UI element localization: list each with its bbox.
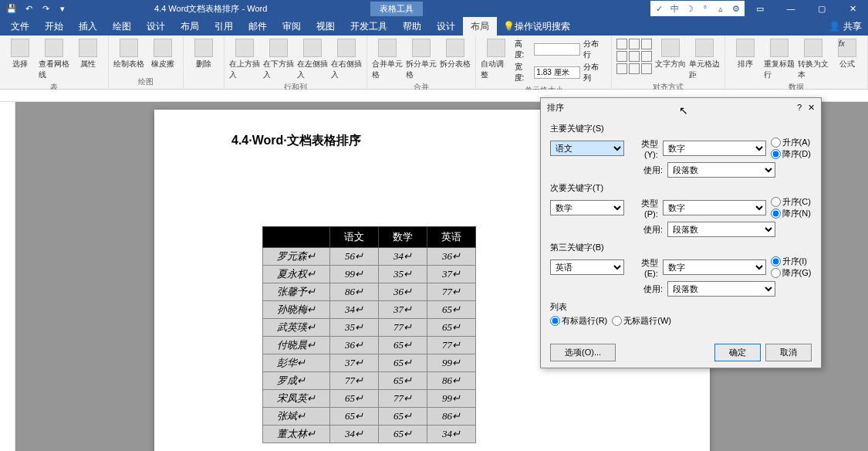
tab-table-layout[interactable]: 布局 <box>463 17 497 36</box>
type2-combo[interactable]: 数字 <box>663 200 766 215</box>
sort-button[interactable]: 排序 <box>730 39 761 70</box>
save-icon[interactable]: 💾 <box>6 3 17 14</box>
align-ml[interactable] <box>616 51 627 62</box>
tab-insert[interactable]: 插入 <box>71 17 105 36</box>
table-row[interactable]: 罗元森↵56↵34↵36↵ <box>263 248 476 266</box>
tab-view[interactable]: 视图 <box>309 17 343 36</box>
use3-combo[interactable]: 段落数 <box>667 281 775 297</box>
asc1-radio[interactable] <box>771 137 781 148</box>
tab-home[interactable]: 开始 <box>37 17 71 36</box>
icon4[interactable]: ° <box>698 2 712 15</box>
data-table[interactable]: 语文数学英语 罗元森↵56↵34↵36↵夏永权↵99↵35↵37↵张馨予↵86↵… <box>262 226 476 443</box>
insert-right-button[interactable]: 在右侧插入 <box>331 39 362 80</box>
insert-left-button[interactable]: 在左侧插入 <box>297 39 328 80</box>
customize-icon[interactable]: ▾ <box>57 3 68 14</box>
insert-above-button[interactable]: 在上方插入 <box>229 39 260 80</box>
cell-margins-button[interactable]: 单元格边距 <box>689 39 720 80</box>
tab-table-design[interactable]: 设计 <box>429 17 463 36</box>
table-row[interactable]: 武英瑛↵35↵77↵65↵ <box>263 319 476 337</box>
cancel-button[interactable]: 取消 <box>765 344 812 361</box>
tab-developer[interactable]: 开发工具 <box>343 17 395 36</box>
desc3-radio[interactable] <box>771 268 781 278</box>
align-tr[interactable] <box>641 39 652 49</box>
draw-table-button[interactable]: 绘制表格 <box>113 39 144 70</box>
asc3-radio[interactable] <box>771 256 781 266</box>
tab-mailings[interactable]: 邮件 <box>241 17 275 36</box>
list-label: 列表 <box>550 301 812 313</box>
tab-references[interactable]: 引用 <box>207 17 241 36</box>
desc2-radio[interactable] <box>771 209 781 219</box>
table-row[interactable]: 彭华↵37↵65↵99↵ <box>263 354 476 372</box>
formula-button[interactable]: fx公式 <box>832 39 863 70</box>
distribute-cols-button[interactable]: 分布列 <box>583 62 606 83</box>
insert-below-button[interactable]: 在下方插入 <box>263 39 294 80</box>
table-row[interactable]: 夏永权↵99↵35↵37↵ <box>263 266 476 283</box>
table-row[interactable]: 张斌↵65↵65↵86↵ <box>263 408 476 426</box>
icon5[interactable]: ▵ <box>714 2 728 15</box>
width-input[interactable] <box>534 66 580 79</box>
type3-combo[interactable]: 数字 <box>663 259 766 275</box>
close-icon[interactable]: ✕ <box>837 0 868 17</box>
gridlines-button[interactable]: 查看网格线 <box>39 39 69 80</box>
redo-icon[interactable]: ↷ <box>40 3 51 14</box>
type1-combo[interactable]: 数字 <box>663 141 766 156</box>
tab-review[interactable]: 审阅 <box>275 17 309 36</box>
table-row[interactable]: 宋凤英↵65↵77↵99↵ <box>263 390 476 408</box>
help-icon[interactable]: ? <box>797 103 802 113</box>
align-bc[interactable] <box>629 63 640 74</box>
gear-icon[interactable]: ⚙ <box>729 2 743 15</box>
share-button[interactable]: 👤 共享 <box>829 20 862 33</box>
merge-cells-button[interactable]: 合并单元格 <box>372 39 403 80</box>
convert-text-button[interactable]: 转换为文本 <box>798 39 829 80</box>
use2-combo[interactable]: 段落数 <box>667 222 775 237</box>
table-row[interactable]: 付晓晨↵36↵65↵77↵ <box>263 337 476 354</box>
repeat-header-button[interactable]: 重复标题行 <box>764 39 795 80</box>
table-row[interactable]: 张馨予↵86↵36↵77↵ <box>263 283 476 301</box>
text-direction-button[interactable]: 文字方向 <box>655 39 686 70</box>
header-yes-radio[interactable] <box>550 316 560 326</box>
align-br[interactable] <box>641 63 652 74</box>
tab-layout[interactable]: 布局 <box>173 17 207 36</box>
distribute-rows-button[interactable]: 分布行 <box>583 39 606 60</box>
moon-icon[interactable]: ☽ <box>683 2 697 15</box>
icon2[interactable]: 中 <box>667 2 681 15</box>
autofit-button[interactable]: 自动调整 <box>481 39 512 80</box>
split-cells-button[interactable]: 拆分单元格 <box>406 39 437 80</box>
table-row[interactable]: 董太林↵34↵65↵34↵ <box>263 426 476 443</box>
delete-button[interactable]: 删除 <box>188 39 219 70</box>
context-tab[interactable]: 表格工具 <box>370 2 423 16</box>
align-mr[interactable] <box>641 51 652 62</box>
table-row[interactable]: 孙晓梅↵34↵37↵65↵ <box>263 301 476 319</box>
align-tl[interactable] <box>616 39 627 49</box>
ribbon-options-icon[interactable]: ▭ <box>745 0 775 17</box>
height-input[interactable] <box>534 43 580 56</box>
use1-combo[interactable]: 段落数 <box>667 162 775 178</box>
key1-combo[interactable]: 语文 <box>550 141 624 156</box>
align-bl[interactable] <box>616 63 627 74</box>
header-no-radio[interactable] <box>612 316 622 326</box>
icon1[interactable]: ✓ <box>652 2 666 15</box>
minimize-icon[interactable]: — <box>775 0 806 17</box>
align-mc[interactable] <box>629 51 640 62</box>
desc1-radio[interactable] <box>771 149 781 159</box>
eraser-button[interactable]: 橡皮擦 <box>147 39 178 70</box>
tab-draw[interactable]: 绘图 <box>105 17 139 36</box>
options-button[interactable]: 选项(O)... <box>550 344 616 361</box>
key2-combo[interactable]: 数学 <box>550 200 624 215</box>
tab-file[interactable]: 文件 <box>3 17 37 36</box>
tab-help[interactable]: 帮助 <box>395 17 429 36</box>
undo-icon[interactable]: ↶ <box>23 3 34 14</box>
asc2-radio[interactable] <box>771 197 781 207</box>
key3-combo[interactable]: 英语 <box>550 259 624 275</box>
split-table-button[interactable]: 拆分表格 <box>440 39 471 70</box>
select-button[interactable]: 选择 <box>5 39 35 70</box>
app-title: 4.4 Word文档表格排序 - Word <box>154 3 267 15</box>
table-row[interactable]: 罗成↵77↵65↵86↵ <box>263 372 476 390</box>
ok-button[interactable]: 确定 <box>714 344 761 361</box>
properties-button[interactable]: 属性 <box>73 39 103 70</box>
tab-design[interactable]: 设计 <box>139 17 173 36</box>
maximize-icon[interactable]: ▢ <box>806 0 837 17</box>
close-icon[interactable]: ✕ <box>808 103 815 113</box>
tell-me-search[interactable]: 💡 操作说明搜索 <box>497 20 570 33</box>
align-tc[interactable] <box>629 39 640 49</box>
